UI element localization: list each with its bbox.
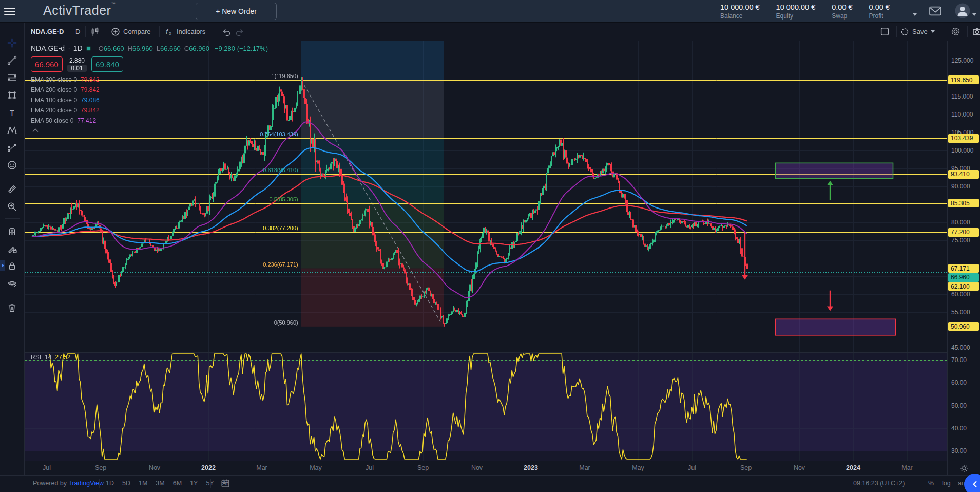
time-label: Jul bbox=[366, 464, 374, 471]
indicators-button[interactable]: fx Indicators bbox=[164, 23, 205, 41]
indicator-row[interactable]: EMA 200 close 079.842 bbox=[31, 74, 268, 85]
compare-button[interactable]: Compare bbox=[111, 23, 150, 41]
crosshair-tool-icon[interactable] bbox=[4, 34, 21, 51]
layout-button[interactable] bbox=[880, 23, 890, 41]
chart-style-button[interactable] bbox=[90, 23, 100, 41]
redo-icon[interactable] bbox=[235, 23, 244, 41]
current-price-badge: 66.960 bbox=[948, 273, 979, 282]
bottom-bar: Powered by TradingView 1D5D1M3M6M1Y5YAll… bbox=[0, 475, 980, 492]
time-axis[interactable]: JulSepNov2022MarMayJulSepNov2023MarMayJu… bbox=[25, 461, 947, 475]
price-tick: 125.000 bbox=[951, 57, 973, 64]
undo-icon[interactable] bbox=[222, 23, 231, 41]
range-5d[interactable]: 5D bbox=[122, 480, 130, 487]
ohlc-pair: H66.960 bbox=[128, 45, 153, 52]
ohlc-pair: C66.960 bbox=[184, 45, 209, 52]
time-label: Jul bbox=[43, 464, 51, 471]
session-clock[interactable]: 09:16:23 (UTC+2) bbox=[853, 480, 905, 487]
xabcd-pattern-tool-icon[interactable] bbox=[4, 121, 21, 139]
time-label: Nov bbox=[149, 464, 160, 471]
hide-drawings-tool-icon[interactable] bbox=[4, 274, 21, 292]
new-order-button[interactable]: + New Order bbox=[196, 3, 277, 20]
remove-drawings-tool-icon[interactable] bbox=[4, 298, 21, 316]
price-tick: 110.000 bbox=[951, 111, 973, 118]
svg-text:f: f bbox=[166, 28, 168, 35]
fib-retracement-tool-icon[interactable] bbox=[4, 69, 21, 86]
ruler-tool-icon[interactable] bbox=[4, 180, 21, 198]
range-3m[interactable]: 3M bbox=[156, 480, 164, 487]
stat-swap: 0.00 €Swap bbox=[832, 3, 852, 20]
drawing-toolbar: T bbox=[0, 23, 25, 475]
forecast-tool-icon[interactable] bbox=[4, 139, 21, 156]
spread-value: 2.880 bbox=[69, 57, 85, 64]
indicator-row[interactable]: EMA 50 close 077.412 bbox=[31, 116, 268, 126]
price-level-badge: 62.100 bbox=[948, 282, 979, 291]
indicator-row[interactable]: EMA 100 close 079.086 bbox=[31, 95, 268, 105]
time-label: Sep bbox=[740, 464, 752, 471]
time-label: Mar bbox=[579, 464, 590, 471]
tradingview-link[interactable]: TradingView bbox=[68, 480, 104, 487]
drawing-lock-tool-icon[interactable] bbox=[4, 239, 21, 257]
rsi-tick: 70.00 bbox=[951, 356, 967, 364]
stat-equity: 10 000.00 €Equity bbox=[776, 3, 816, 20]
layout-square-icon bbox=[880, 27, 890, 36]
hamburger-menu-icon[interactable] bbox=[4, 6, 15, 16]
interval-button[interactable]: D bbox=[75, 23, 80, 41]
time-label: May bbox=[632, 464, 644, 471]
price-tick: 45.000 bbox=[951, 344, 970, 351]
save-button[interactable]: Save bbox=[900, 23, 935, 41]
svg-text:x: x bbox=[169, 31, 172, 36]
toolbar-divider bbox=[5, 218, 20, 219]
stat-balance: 10 000.00 €Balance bbox=[720, 3, 760, 20]
chart-settings-button[interactable] bbox=[951, 23, 960, 41]
time-label: Mar bbox=[256, 464, 267, 471]
indicator-row[interactable]: EMA 200 close 079.842 bbox=[31, 85, 268, 95]
trend-line-tool-icon[interactable] bbox=[4, 51, 21, 69]
text-tool-icon[interactable]: T bbox=[4, 104, 21, 121]
shapes-tool-icon[interactable] bbox=[4, 86, 21, 104]
legend-collapse-icon[interactable] bbox=[31, 127, 40, 134]
legend-symbol[interactable]: NDA.GE-d bbox=[31, 44, 65, 52]
lock-all-tool-icon[interactable] bbox=[4, 257, 21, 274]
avatar[interactable] bbox=[955, 3, 970, 18]
price-axis[interactable]: 125.000115.000110.000105.000100.00095.00… bbox=[947, 41, 980, 461]
stat-label: Profit bbox=[869, 12, 890, 20]
zoom-in-tool-icon[interactable] bbox=[4, 198, 21, 215]
account-stats: 10 000.00 €Balance10 000.00 €Equity0.00 … bbox=[720, 3, 890, 20]
magnet-tool-icon[interactable] bbox=[4, 222, 21, 239]
emoji-tool-icon[interactable] bbox=[4, 156, 21, 174]
range-1y[interactable]: 1Y bbox=[190, 480, 198, 487]
range-1m[interactable]: 1M bbox=[139, 480, 147, 487]
stat-label: Balance bbox=[720, 12, 760, 20]
log-scale-toggle[interactable]: log bbox=[942, 480, 951, 487]
rsi-tick: 40.00 bbox=[951, 425, 967, 432]
app-logo: ActivTrader™ bbox=[43, 3, 116, 18]
go-to-date-icon[interactable] bbox=[221, 479, 230, 489]
rsi-tick: 50.00 bbox=[951, 402, 967, 409]
stat-value: 10 000.00 € bbox=[776, 3, 816, 11]
price-tick: 100.000 bbox=[951, 147, 973, 154]
price-level-badge: 85.305 bbox=[948, 199, 979, 207]
range-6m[interactable]: 6M bbox=[173, 480, 182, 487]
ohlc-pair: O66.660 bbox=[99, 45, 124, 52]
price-tick: 55.000 bbox=[951, 309, 970, 316]
legend-interval[interactable]: 1D bbox=[73, 44, 83, 52]
brightness-icon bbox=[960, 464, 968, 472]
price-tick: 75.000 bbox=[951, 237, 970, 244]
indicator-row[interactable]: EMA 200 close 079.842 bbox=[31, 105, 268, 116]
account-dropdown-icon[interactable] bbox=[972, 13, 976, 16]
symbol-button[interactable]: NDA.GE-D bbox=[31, 23, 64, 41]
price-level-badge: 50.960 bbox=[948, 322, 979, 331]
market-status-icon[interactable] bbox=[86, 46, 91, 51]
profit-dropdown-icon[interactable] bbox=[913, 13, 917, 16]
buy-button[interactable]: 69.840 bbox=[91, 56, 123, 72]
watchlist-expander-icon[interactable] bbox=[0, 260, 5, 271]
trading-platform: ActivTrader™ + New Order 10 000.00 €Bala… bbox=[0, 0, 980, 492]
range-1d[interactable]: 1D bbox=[106, 480, 114, 487]
percent-scale-toggle[interactable]: % bbox=[928, 480, 934, 487]
time-label: Nov bbox=[471, 464, 483, 471]
axis-settings-cell[interactable] bbox=[947, 461, 980, 475]
cloud-sync-icon bbox=[900, 27, 909, 36]
sell-button[interactable]: 66.960 bbox=[31, 56, 63, 72]
snapshot-button[interactable] bbox=[972, 23, 980, 41]
messages-icon[interactable] bbox=[929, 6, 941, 18]
